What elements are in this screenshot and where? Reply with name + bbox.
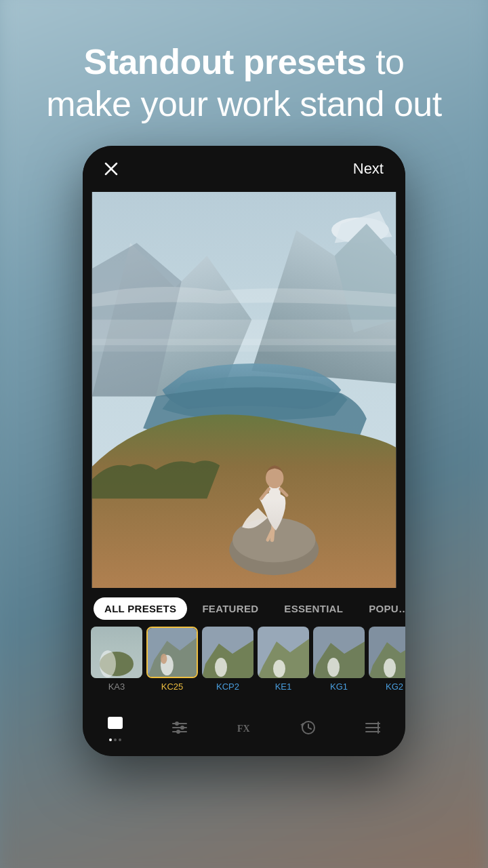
- tab-all-presets[interactable]: ALL PRESETS: [94, 597, 187, 620]
- toolbar-history[interactable]: [289, 714, 327, 741]
- photo-scene: [83, 192, 405, 588]
- dot-2: [114, 738, 117, 741]
- toolbar-fx[interactable]: FX: [225, 714, 263, 741]
- preset-kc25-label: KC25: [161, 682, 184, 692]
- tabs-row: ALL PRESETS FEATURED ESSENTIAL POPU…: [83, 597, 405, 620]
- toolbar-presets[interactable]: [96, 711, 134, 745]
- svg-point-16: [266, 468, 283, 488]
- svg-point-42: [175, 722, 179, 726]
- preset-kg1[interactable]: KG1: [313, 627, 365, 692]
- phone-mockup: Next: [83, 146, 405, 756]
- preset-kg2-thumb: [369, 627, 405, 678]
- preset-ke1[interactable]: KE1: [258, 627, 309, 692]
- close-icon: [103, 161, 119, 177]
- svg-point-38: [384, 658, 396, 677]
- preset-ka3[interactable]: KA3: [91, 627, 142, 692]
- preset-ka3-thumb: [91, 627, 142, 678]
- svg-point-44: [180, 726, 184, 730]
- preset-kcp2-thumb: [202, 627, 253, 678]
- close-button[interactable]: [99, 157, 123, 181]
- preset-kg1-label: KG1: [330, 682, 348, 692]
- dot-1: [109, 738, 112, 741]
- tab-essential[interactable]: ESSENTIAL: [273, 597, 354, 620]
- toolbar-menu[interactable]: [354, 714, 392, 741]
- svg-point-35: [327, 658, 340, 677]
- svg-point-26: [161, 654, 167, 664]
- preset-kcp2[interactable]: KCP2: [202, 627, 253, 692]
- toolbar-adjustments[interactable]: [161, 714, 199, 741]
- bottom-toolbar: FX: [83, 704, 405, 756]
- headline-bold: Standout presets: [83, 42, 366, 81]
- preset-kg1-thumb: [313, 627, 365, 678]
- presets-tabs: ALL PRESETS FEATURED ESSENTIAL POPU…: [83, 588, 405, 704]
- preset-ka3-label: KA3: [108, 682, 125, 692]
- adjustments-icon: [170, 718, 189, 737]
- headline-text: Standout presets tomake your work stand …: [46, 41, 441, 125]
- next-button[interactable]: Next: [348, 157, 389, 180]
- phone-topbar: Next: [83, 146, 405, 192]
- photo-area: [83, 192, 405, 588]
- toolbar-dots: [109, 738, 121, 741]
- preset-kc25[interactable]: KC25: [146, 627, 198, 692]
- headline-section: Standout presets tomake your work stand …: [5, 0, 482, 146]
- main-content: Standout presets tomake your work stand …: [0, 0, 488, 868]
- svg-rect-10: [92, 338, 396, 351]
- presets-icon: [106, 715, 125, 734]
- preset-ke1-label: KE1: [275, 682, 292, 692]
- presets-row: KA3 KC25: [83, 620, 405, 698]
- preset-kcp2-label: KCP2: [216, 682, 239, 692]
- preset-kg2[interactable]: KG2: [369, 627, 405, 692]
- svg-text:FX: FX: [237, 724, 250, 734]
- history-icon: [299, 718, 318, 737]
- svg-point-29: [215, 658, 227, 677]
- svg-point-46: [176, 730, 180, 734]
- preset-ke1-thumb: [258, 627, 309, 678]
- fx-icon: FX: [235, 718, 253, 737]
- svg-point-32: [273, 660, 285, 677]
- tab-popular[interactable]: POPU…: [358, 597, 405, 620]
- menu-icon: [363, 718, 382, 737]
- tab-featured[interactable]: FEATURED: [191, 597, 269, 620]
- preset-kc25-thumb: [146, 627, 198, 678]
- svg-point-22: [100, 650, 116, 677]
- preset-kg2-label: KG2: [386, 682, 403, 692]
- dot-3: [119, 738, 121, 741]
- svg-rect-40: [110, 719, 121, 727]
